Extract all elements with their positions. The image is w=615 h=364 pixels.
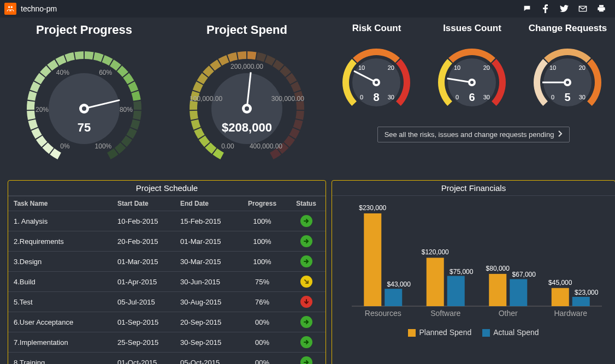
svg-text:$45,000: $45,000 [548, 279, 572, 287]
svg-text:$23,000: $23,000 [575, 289, 599, 296]
col-header: Task Name [8, 196, 112, 211]
svg-text:20%: 20% [36, 106, 49, 114]
table-row[interactable]: 7.Implementation 25-Sep-2015 30-Sep-2015… [8, 332, 326, 353]
svg-text:Hardware: Hardware [554, 309, 587, 318]
svg-text:60%: 60% [99, 69, 112, 76]
col-header: Start Date [112, 196, 175, 211]
legend-actual: Actual Spend [493, 328, 539, 337]
progress: 75% [238, 272, 287, 292]
gauge-project-spend: Project Spend 0.00100,000.00200,000.0030… [170, 23, 323, 174]
svg-point-48 [566, 81, 569, 84]
chevron-right-icon [558, 130, 563, 139]
chat-icon[interactable] [518, 0, 536, 17]
print-icon[interactable] [592, 0, 611, 17]
task-name: 3.Design [8, 252, 112, 272]
progress: 100% [238, 211, 287, 231]
task-name: 8.Training [8, 353, 112, 365]
svg-text:10: 10 [454, 64, 460, 71]
svg-point-11 [82, 106, 86, 111]
svg-text:20: 20 [579, 64, 586, 71]
status [287, 353, 326, 365]
svg-text:30: 30 [483, 94, 490, 100]
svg-text:$67,000: $67,000 [512, 271, 536, 278]
svg-text:$120,000: $120,000 [422, 248, 449, 256]
chart-legend: Planned Spend Actual Spend [341, 328, 606, 337]
svg-rect-51 [364, 213, 381, 306]
svg-text:30: 30 [388, 94, 394, 100]
topbar: techno-pm [0, 0, 615, 17]
table-row[interactable]: 3.Design 01-Mar-2015 30-Mar-2015 100% [8, 252, 326, 272]
svg-text:Software: Software [430, 309, 460, 318]
task-name: 6.User Acceptance [8, 312, 112, 332]
svg-text:0.00: 0.00 [221, 142, 234, 150]
status-icon [300, 235, 312, 247]
brand-logo [4, 3, 16, 15]
status-icon [300, 276, 312, 288]
svg-text:$75,000: $75,000 [450, 268, 474, 276]
task-name: 7.Implementation [8, 332, 112, 353]
gauge-title: Project Progress [8, 23, 161, 37]
schedule-table: Task NameStart DateEnd DateProgressStatu… [8, 196, 326, 364]
task-name: 5.Test [8, 292, 112, 312]
svg-rect-66 [552, 288, 569, 306]
svg-text:0: 0 [551, 94, 554, 100]
financials-chart: $230,000$43,000Resources$120,000$75,000S… [341, 202, 607, 323]
svg-text:5: 5 [564, 91, 570, 103]
gauge-risk-count: Risk Count 01020308 [332, 23, 422, 120]
status-icon [300, 255, 312, 267]
start-date: 05-Jul-2015 [112, 292, 175, 312]
end-date: 20-Sep-2015 [175, 312, 238, 332]
end-date: 01-Mar-2015 [175, 231, 238, 252]
svg-text:6: 6 [469, 91, 475, 103]
progress: 76% [238, 292, 287, 312]
svg-text:20: 20 [388, 64, 394, 71]
status [287, 312, 326, 332]
start-date: 01-Mar-2015 [112, 252, 175, 272]
progress: 00% [238, 353, 287, 365]
svg-text:10: 10 [358, 64, 365, 71]
see-all-pending-button[interactable]: See all the risks, issues and change req… [377, 127, 570, 142]
project-schedule-panel: Project Schedule Task NameStart DateEnd … [8, 180, 326, 364]
svg-point-21 [245, 106, 249, 111]
svg-point-39 [470, 81, 474, 84]
progress: 00% [238, 312, 287, 332]
svg-text:Resources: Resources [365, 309, 401, 318]
svg-point-30 [375, 81, 378, 84]
panel-title: Project Financials [332, 181, 615, 196]
start-date: 01-Apr-2015 [112, 272, 175, 292]
status [287, 272, 326, 292]
facebook-icon[interactable] [536, 0, 555, 17]
svg-text:400,000.00: 400,000.00 [250, 142, 282, 150]
svg-text:0%: 0% [60, 142, 70, 150]
table-row[interactable]: 5.Test 05-Jul-2015 30-Aug-2015 76% [8, 292, 326, 312]
table-row[interactable]: 2.Requirements 20-Feb-2015 01-Mar-2015 1… [8, 231, 326, 252]
panel-title: Project Schedule [8, 181, 326, 196]
gauge-change-requests: Change Requests 01020305 [523, 23, 613, 120]
progress: 100% [238, 252, 287, 272]
progress: 100% [238, 231, 287, 252]
status-icon [300, 316, 312, 328]
svg-text:0: 0 [456, 94, 459, 100]
gauge-project-progress: Project Progress 0%20%40%60%80%100%75 [8, 23, 161, 174]
table-row[interactable]: 4.Build 01-Apr-2015 30-Jun-2015 75% [8, 272, 326, 292]
svg-rect-58 [447, 276, 465, 306]
svg-rect-63 [510, 279, 527, 306]
table-row[interactable]: 8.Training 01-Oct-2015 05-Oct-2015 00% [8, 353, 326, 365]
svg-text:$43,000: $43,000 [387, 281, 411, 288]
start-date: 20-Feb-2015 [112, 231, 175, 252]
end-date: 30-Sep-2015 [175, 332, 238, 353]
table-row[interactable]: 6.User Acceptance 01-Sep-2015 20-Sep-201… [8, 312, 326, 332]
status [287, 231, 326, 252]
task-name: 2.Requirements [8, 231, 112, 252]
task-name: 4.Build [8, 272, 112, 292]
svg-text:10: 10 [549, 64, 556, 71]
legend-planned: Planned Spend [419, 328, 471, 337]
start-date: 10-Feb-2015 [112, 211, 175, 231]
svg-point-0 [8, 6, 10, 8]
end-date: 15-Feb-2015 [175, 211, 238, 231]
svg-text:100,000.00: 100,000.00 [190, 95, 222, 103]
svg-rect-53 [385, 289, 402, 306]
table-row[interactable]: 1. Analysis 10-Feb-2015 15-Feb-2015 100% [8, 211, 326, 231]
mail-icon[interactable] [573, 0, 592, 17]
twitter-icon[interactable] [555, 0, 573, 17]
